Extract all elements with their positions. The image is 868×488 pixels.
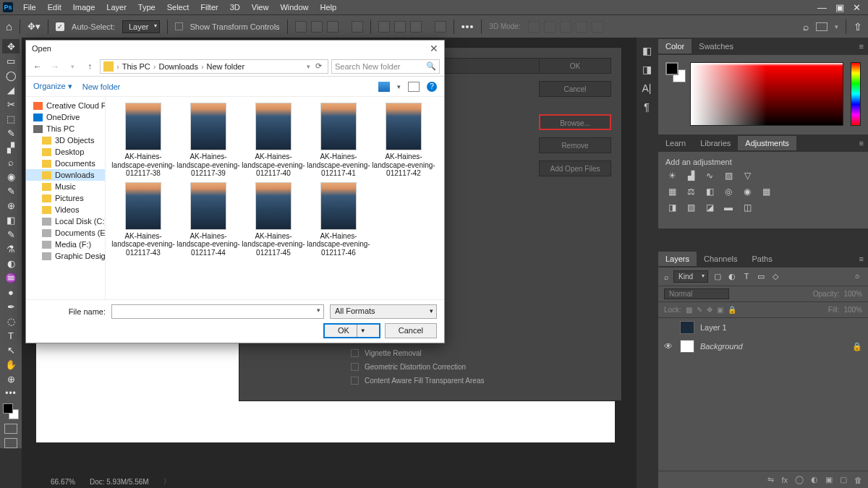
file-item[interactable]: AK-Haines-landscape-evening-012117-42 (372, 103, 435, 178)
sidebar-item[interactable]: OneDrive (26, 111, 105, 123)
quick-mask-icon[interactable] (4, 424, 17, 434)
tab-adjustments[interactable]: Adjustments (738, 136, 796, 150)
filter-shape-icon[interactable]: ▭ (756, 272, 766, 282)
file-item[interactable]: AK-Haines-landscape-evening-012117-43 (111, 182, 175, 257)
gradient-map-icon[interactable]: ▬ (722, 202, 735, 214)
ok-button[interactable]: OK (539, 58, 611, 74)
distribute-icon[interactable] (394, 21, 406, 33)
auto-select-checkbox[interactable]: ✓ (56, 22, 64, 31)
tool-5[interactable]: ⬚ (2, 111, 20, 126)
sidebar-item[interactable]: Media (F:) (26, 239, 105, 250)
tool-14[interactable]: ⚗ (2, 241, 20, 256)
visibility-toggle[interactable]: 👁 (664, 341, 674, 351)
tool-16[interactable]: ♒ (2, 270, 20, 285)
home-icon[interactable]: ⌂ (6, 20, 12, 33)
layer-thumbnail[interactable] (680, 321, 694, 334)
foreground-color[interactable] (665, 62, 678, 75)
sidebar-item[interactable]: Videos (26, 204, 105, 215)
tab-learn[interactable]: Learn (658, 136, 693, 150)
panel-menu-icon[interactable]: ≡ (855, 42, 868, 51)
workspace-icon[interactable] (816, 22, 827, 31)
curves-icon[interactable]: ∿ (703, 171, 716, 182)
file-item[interactable]: AK-Haines-landscape-evening-012117-44 (176, 182, 240, 257)
tool-2[interactable]: ◯ (2, 68, 20, 82)
tool-19[interactable]: ◌ (2, 314, 20, 328)
tab-color[interactable]: Color (658, 39, 692, 53)
tool-18[interactable]: ✒ (2, 299, 20, 314)
tool-12[interactable]: ◧ (2, 213, 20, 227)
tool-20[interactable]: T (2, 328, 20, 343)
layer-thumbnail[interactable] (680, 340, 694, 353)
sidebar-item[interactable]: Pictures (26, 192, 105, 204)
panel-icon[interactable]: ◨ (642, 64, 652, 75)
align-right-icon[interactable] (327, 21, 339, 33)
menu-view[interactable]: View (246, 1, 275, 13)
panel-icon[interactable]: ¶ (644, 101, 650, 113)
add-open-files-button[interactable]: Add Open Files (539, 160, 611, 176)
exposure-icon[interactable]: ▨ (722, 171, 735, 182)
layer-row[interactable]: 👁 Background 🔒 (658, 337, 868, 356)
file-item[interactable]: AK-Haines-landscape-evening-012117-45 (242, 182, 305, 257)
file-item[interactable]: AK-Haines-landscape-evening-012117-46 (307, 182, 370, 257)
filename-input[interactable] (111, 304, 324, 319)
opacity-value[interactable]: 100% (843, 290, 862, 298)
fx-icon[interactable]: fx (781, 476, 788, 484)
search-icon[interactable]: ⌕ (803, 21, 809, 33)
bw-icon[interactable]: ◧ (703, 187, 716, 198)
breadcrumb-item[interactable]: New folder (207, 62, 245, 71)
minimize-button[interactable]: ― (817, 2, 827, 13)
foreground-color[interactable] (3, 403, 13, 414)
sidebar-item[interactable]: Graphic Design ( (26, 250, 105, 262)
sidebar-item[interactable]: Creative Cloud Fil (26, 100, 105, 111)
filter-toggle[interactable]: ○ (852, 272, 862, 282)
panel-menu-icon[interactable]: ≡ (855, 254, 868, 263)
sidebar-item[interactable]: This PC (26, 123, 105, 134)
help-icon[interactable]: ? (427, 82, 437, 92)
balance-icon[interactable]: ⚖ (684, 187, 697, 198)
content-aware-checkbox[interactable] (351, 377, 359, 385)
blend-mode-dropdown[interactable]: Normal (664, 288, 729, 299)
tab-swatches[interactable]: Swatches (692, 39, 741, 53)
align-top-icon[interactable] (352, 21, 363, 33)
organize-button[interactable]: Organize ▾ (33, 82, 72, 91)
menu-file[interactable]: File (17, 1, 42, 13)
tool-1[interactable]: ▭ (2, 53, 20, 68)
lock-all-icon[interactable]: 🔒 (728, 306, 736, 314)
close-icon[interactable]: ✕ (430, 43, 438, 54)
tool-13[interactable]: ✎ (2, 227, 20, 241)
back-button[interactable]: ← (30, 61, 45, 72)
search-input[interactable]: Search New folder 🔍 (331, 59, 440, 74)
levels-icon[interactable]: ▟ (684, 171, 697, 182)
color-field[interactable] (690, 62, 843, 126)
lock-pixels-icon[interactable]: ✎ (697, 306, 702, 314)
share-icon[interactable]: ⇧ (854, 21, 862, 33)
show-transform-checkbox[interactable] (175, 22, 183, 30)
remove-button[interactable]: Remove (539, 137, 611, 153)
sidebar-item[interactable]: Documents (E:) (26, 227, 105, 239)
cancel-button[interactable]: Cancel (385, 323, 437, 338)
panel-icon[interactable]: A| (642, 82, 652, 94)
file-item[interactable]: AK-Haines-landscape-evening-012117-38 (111, 103, 175, 178)
tool-4[interactable]: ✂ (2, 97, 20, 111)
selective-color-icon[interactable]: ◫ (741, 202, 754, 214)
filter-type-icon[interactable]: T (741, 272, 752, 282)
sidebar-item[interactable]: Music (26, 181, 105, 192)
tool-9[interactable]: ◉ (2, 169, 20, 184)
tool-6[interactable]: ✎ (2, 126, 20, 140)
filter-smart-icon[interactable]: ◇ (770, 272, 780, 282)
preview-pane-icon[interactable] (408, 82, 420, 92)
menu-help[interactable]: Help (315, 1, 343, 13)
menu-layer[interactable]: Layer (101, 1, 132, 13)
vibrance-icon[interactable]: ▽ (741, 171, 754, 182)
zoom-level[interactable]: 66.67% (51, 478, 75, 486)
tool-3[interactable]: ◢ (2, 82, 20, 97)
posterize-icon[interactable]: ▧ (684, 202, 697, 214)
group-icon[interactable]: ▣ (825, 475, 833, 484)
auto-select-dropdown[interactable]: Layer (122, 20, 160, 33)
photo-filter-icon[interactable]: ◎ (722, 187, 735, 198)
sidebar-item[interactable]: Local Disk (C:) (26, 215, 105, 227)
ok-button[interactable]: OK▼ (323, 323, 380, 338)
file-item[interactable]: AK-Haines-landscape-evening-012117-40 (242, 103, 305, 178)
tool-15[interactable]: ◐ (2, 256, 20, 270)
cancel-button[interactable]: Cancel (539, 81, 611, 97)
